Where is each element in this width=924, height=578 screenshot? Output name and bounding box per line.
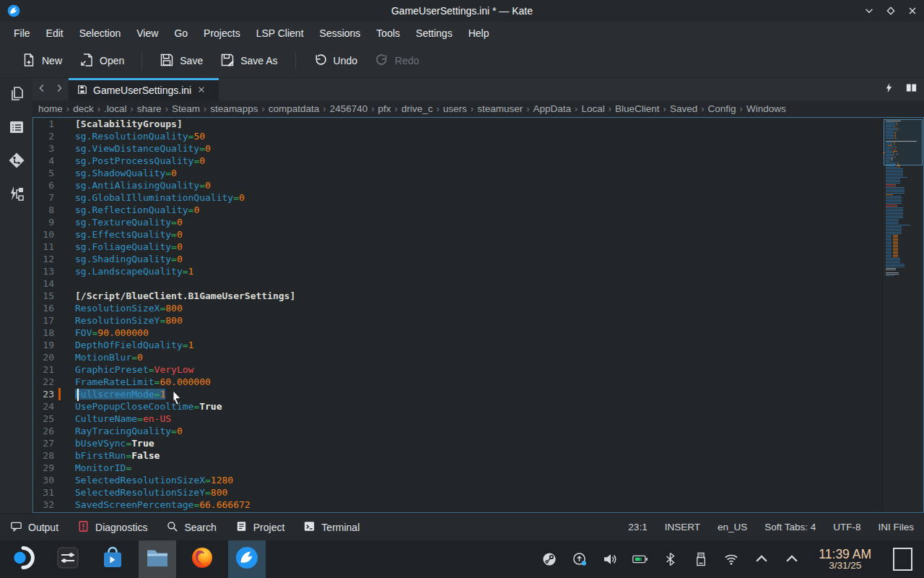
menu-go[interactable]: Go <box>166 24 196 43</box>
editor[interactable]: 1234567891011121314151617181920212223242… <box>32 117 924 513</box>
code-line-21[interactable]: GraphicPreset=VeryLow <box>72 363 882 376</box>
search-toolview-button[interactable]: Search <box>166 520 216 535</box>
terminal-toolview-button[interactable]: Terminal <box>303 520 359 535</box>
taskbar-settings[interactable] <box>49 540 87 578</box>
menu-help[interactable]: Help <box>461 24 497 43</box>
undo-button[interactable]: Undo <box>305 48 366 74</box>
code-line-16[interactable]: ResolutionSizeX=800 <box>72 302 882 314</box>
menu-edit[interactable]: Edit <box>38 24 71 43</box>
minimize-icon[interactable] <box>863 5 875 17</box>
volume-tray-icon[interactable] <box>602 551 618 567</box>
code-line-8[interactable]: sg.ReflectionQuality=0 <box>72 204 882 216</box>
breadcrumb-share[interactable]: share <box>136 103 163 114</box>
bluetooth-tray-icon[interactable] <box>663 551 679 567</box>
code-line-5[interactable]: sg.ShadowQuality=0 <box>72 167 882 179</box>
project-panel-icon[interactable] <box>8 118 25 136</box>
input-mode[interactable]: INSERT <box>665 522 700 532</box>
tab-close-icon[interactable] <box>197 85 206 96</box>
code-line-27[interactable]: bUseVSync=True <box>72 437 882 449</box>
breadcrumb-users[interactable]: users <box>442 103 468 114</box>
breadcrumb-steam[interactable]: Steam <box>170 103 201 114</box>
code-line-9[interactable]: sg.TextureQuality=0 <box>72 216 882 228</box>
code-line-29[interactable]: MonitorID= <box>72 462 882 474</box>
breadcrumb-saved[interactable]: Saved <box>668 103 699 114</box>
code-line-25[interactable]: CultureName=en-US <box>72 413 882 425</box>
code-line-11[interactable]: sg.FoliageQuality=0 <box>72 241 882 253</box>
code-line-18[interactable]: FOV=90.000000 <box>72 327 882 339</box>
tab-width[interactable]: Soft Tabs: 4 <box>764 522 816 532</box>
code-line-15[interactable]: [/Script/BlueClient.B1GameUserSettings] <box>72 290 882 302</box>
breadcrumb-steamuser[interactable]: steamuser <box>476 103 524 114</box>
close-icon[interactable] <box>907 5 918 17</box>
code-line-24[interactable]: UsePopupCloseCooltime=True <box>72 400 882 413</box>
code-line-26[interactable]: RayTracingQuality=0 <box>72 425 882 437</box>
cursor-position[interactable]: 23:1 <box>628 522 647 532</box>
code-line-23[interactable]: FullscreenMode=1 <box>72 388 882 400</box>
output-toolview-button[interactable]: Output <box>10 520 58 535</box>
lsp-symbols-icon[interactable] <box>8 185 25 202</box>
menu-file[interactable]: File <box>6 24 38 43</box>
save-as-button[interactable]: Save As <box>212 48 286 74</box>
breadcrumb-pfx[interactable]: pfx <box>377 103 393 114</box>
encoding[interactable]: UTF-8 <box>833 522 860 532</box>
chevron-up-tray-icon[interactable] <box>754 551 770 567</box>
tab-next-icon[interactable] <box>54 83 64 96</box>
breadcrumb-2456740[interactable]: 2456740 <box>328 103 370 114</box>
breadcrumb-blueclient[interactable]: BlueClient <box>614 103 661 114</box>
breadcrumb-deck[interactable]: deck <box>71 103 95 114</box>
clock[interactable]: 11:39 AM 3/31/25 <box>819 548 871 571</box>
menu-sessions[interactable]: Sessions <box>312 24 369 43</box>
project-toolview-button[interactable]: Project <box>235 520 285 535</box>
text-area[interactable]: [ScalabilityGroups]sg.ResolutionQuality=… <box>72 118 882 512</box>
code-line-14[interactable] <box>72 277 882 290</box>
menu-selection[interactable]: Selection <box>71 24 129 43</box>
code-line-6[interactable]: sg.AntiAliasingQuality=0 <box>72 179 882 191</box>
menu-projects[interactable]: Projects <box>196 24 248 43</box>
taskbar-dolphin[interactable] <box>139 540 176 578</box>
breadcrumb-drive_c[interactable]: drive_c <box>400 103 435 114</box>
breadcrumb-windows[interactable]: Windows <box>745 103 788 114</box>
taskbar-kate[interactable] <box>228 540 266 578</box>
code-line-17[interactable]: ResolutionSizeY=800 <box>72 314 882 327</box>
breadcrumb-appdata[interactable]: AppData <box>532 103 573 114</box>
breadcrumb-config[interactable]: Config <box>707 103 738 114</box>
taskbar-launcher[interactable] <box>4 540 42 578</box>
diagnostics-toolview-button[interactable]: Diagnostics <box>77 520 147 535</box>
battery-tray-icon[interactable] <box>632 551 648 567</box>
show-desktop-button[interactable] <box>893 548 912 571</box>
code-line-13[interactable]: sg.LandscapeQuality=1 <box>72 265 882 277</box>
title-bar[interactable]: GameUserSettings.ini * — Kate <box>0 0 924 22</box>
usb-tray-icon[interactable] <box>693 551 709 567</box>
code-line-3[interactable]: sg.ViewDistanceQuality=0 <box>72 142 882 155</box>
code-line-7[interactable]: sg.GlobalIlluminationQuality=0 <box>72 191 882 204</box>
code-line-10[interactable]: sg.EffectsQuality=0 <box>72 228 882 241</box>
code-line-20[interactable]: MotionBlur=0 <box>72 351 882 363</box>
code-line-28[interactable]: bFirstRun=False <box>72 449 882 462</box>
code-line-31[interactable]: SelectedResolutionSizeY=800 <box>72 486 882 499</box>
code-line-1[interactable]: [ScalabilityGroups] <box>72 118 882 130</box>
file-type[interactable]: INI Files <box>878 522 914 532</box>
code-line-12[interactable]: sg.ShadingQuality=0 <box>72 253 882 265</box>
taskbar-firefox[interactable] <box>183 540 221 578</box>
breadcrumb-local[interactable]: Local <box>580 103 606 114</box>
breadcrumb-compatdata[interactable]: compatdata <box>267 103 321 114</box>
code-line-2[interactable]: sg.ResolutionQuality=50 <box>72 130 882 142</box>
code-line-19[interactable]: DepthOfFieldQuality=1 <box>72 339 882 351</box>
menu-tools[interactable]: Tools <box>368 24 408 43</box>
save-button[interactable]: Save <box>151 48 212 74</box>
menu-lsp-client[interactable]: LSP Client <box>248 24 312 43</box>
menu-view[interactable]: View <box>128 24 166 43</box>
wifi-tray-icon[interactable] <box>723 551 739 567</box>
taskbar-discover[interactable] <box>94 540 131 578</box>
code-line-32[interactable]: SavedScreenPercentage=66.666672 <box>72 499 882 511</box>
documents-icon[interactable] <box>8 85 25 103</box>
redo-button[interactable]: Redo <box>366 48 427 74</box>
code-line-33[interactable]: LastConfirmedFullscreenMode=1 <box>72 511 882 512</box>
tab-prev-icon[interactable] <box>37 83 47 96</box>
code-line-22[interactable]: FrameRateLimit=60.000000 <box>72 376 882 388</box>
tray-expand-icon[interactable] <box>784 551 800 567</box>
breadcrumb-home[interactable]: home <box>37 103 64 114</box>
open-button[interactable]: Open <box>71 48 133 74</box>
git-icon[interactable] <box>8 152 25 169</box>
update-tray-icon[interactable] <box>572 551 588 567</box>
